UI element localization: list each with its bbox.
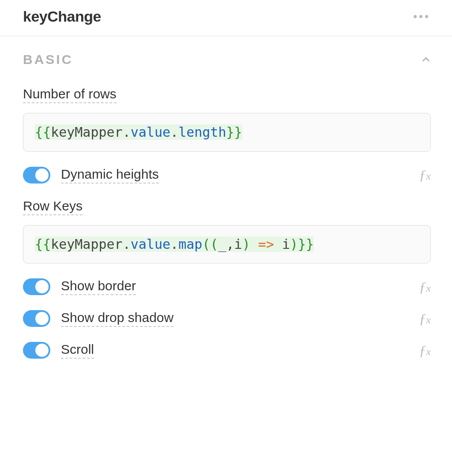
scroll-toggle[interactable] [23,342,50,359]
row-keys-label: Row Keys [23,199,83,215]
chevron-up-icon[interactable] [421,55,431,64]
dynamic-heights-toggle[interactable] [23,167,50,184]
code-token: _,i [218,236,242,252]
brace-close: }} [298,236,314,252]
number-of-rows-label: Number of rows [23,86,117,103]
code-token: keyMapper [51,236,123,252]
brace-open: {{ [35,124,51,140]
code-token: . [123,124,131,140]
dynamic-heights-row: Dynamic heights ƒx [23,167,431,184]
number-of-rows-field: Number of rows {{keyMapper.value.length}… [23,86,431,152]
code-token: ) [290,236,298,252]
more-options-icon[interactable] [411,12,431,21]
code-token: map [178,236,202,252]
brace-close: }} [226,124,242,140]
fx-button[interactable]: ƒx [419,342,431,359]
row-keys-input[interactable]: {{keyMapper.value.map((_,i) => i)}} [23,225,431,264]
code-token: => [250,236,282,252]
show-border-label: Show border [61,278,136,295]
pane-header: keyChange [0,0,452,36]
code-token: value [131,124,170,140]
number-of-rows-input[interactable]: {{keyMapper.value.length}} [23,113,431,152]
basic-section: BASIC Number of rows {{keyMapper.value.l… [0,36,452,359]
section-title: BASIC [23,52,73,67]
show-drop-shadow-label: Show drop shadow [61,310,173,327]
code-token: . [123,236,131,252]
fx-button[interactable]: ƒx [419,167,431,183]
code-token: i [282,236,290,252]
scroll-row: Scroll ƒx [23,342,431,359]
fx-button[interactable]: ƒx [419,279,431,295]
dynamic-heights-label: Dynamic heights [61,167,159,184]
fx-button[interactable]: ƒx [419,311,431,327]
show-drop-shadow-row: Show drop shadow ƒx [23,310,431,327]
code-token: . [170,124,178,140]
code-token: (( [202,236,218,252]
brace-open: {{ [35,236,51,252]
pane-title: keyChange [23,8,101,25]
show-drop-shadow-toggle[interactable] [23,310,50,327]
show-border-row: Show border ƒx [23,278,431,295]
section-header[interactable]: BASIC [23,52,431,67]
show-border-toggle[interactable] [23,278,50,295]
code-token: . [170,236,178,252]
code-token: length [178,124,226,140]
row-keys-field: Row Keys {{keyMapper.value.map((_,i) => … [23,199,431,264]
code-token: ) [242,236,250,252]
code-token: keyMapper [51,124,123,140]
code-token: value [131,236,170,252]
scroll-label: Scroll [61,342,94,359]
